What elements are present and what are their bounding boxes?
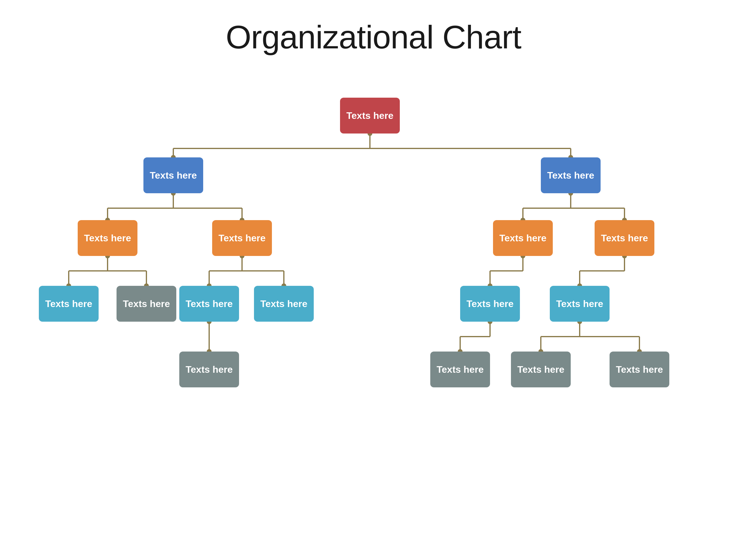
node-l1b[interactable]: Texts here	[541, 157, 600, 193]
node-l1a[interactable]: Texts here	[144, 157, 203, 193]
node-l3d[interactable]: Texts here	[254, 286, 314, 322]
node-l3b[interactable]: Texts here	[117, 286, 176, 322]
chart-container: Texts here Texts here Texts here Texts h…	[15, 74, 732, 552]
node-l2a[interactable]: Texts here	[78, 220, 137, 256]
node-l4b[interactable]: Texts here	[430, 351, 490, 388]
node-l2b[interactable]: Texts here	[212, 220, 272, 256]
node-l4c[interactable]: Texts here	[511, 351, 571, 388]
node-l3f[interactable]: Texts here	[550, 286, 610, 322]
node-l2d[interactable]: Texts here	[595, 220, 654, 256]
node-l3a[interactable]: Texts here	[39, 286, 99, 322]
node-l3c[interactable]: Texts here	[179, 286, 239, 322]
page-title: Organizational Chart	[226, 18, 521, 56]
node-l3e[interactable]: Texts here	[460, 286, 520, 322]
node-l2c[interactable]: Texts here	[493, 220, 553, 256]
node-root[interactable]: Texts here	[340, 98, 400, 134]
node-l4a[interactable]: Texts here	[179, 351, 239, 388]
node-l4d[interactable]: Texts here	[610, 351, 669, 388]
